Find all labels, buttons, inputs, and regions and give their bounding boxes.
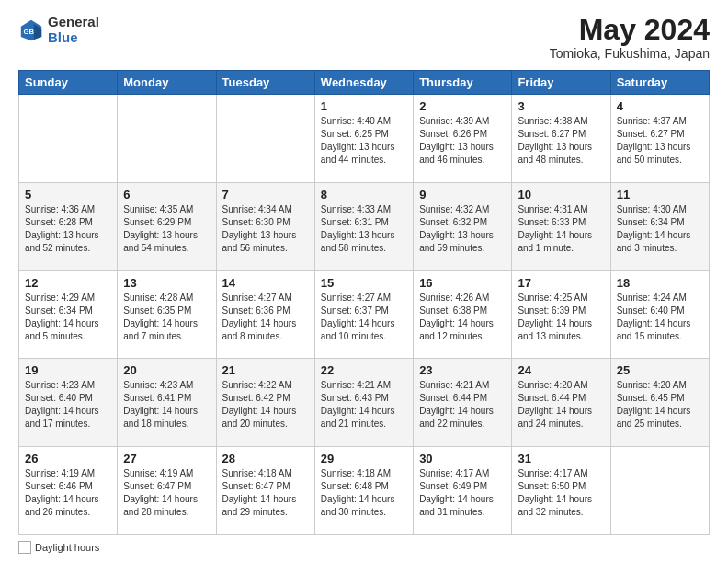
calendar-week-row-2: 12Sunrise: 4:29 AM Sunset: 6:34 PM Dayli…	[19, 270, 710, 359]
calendar-cell-w3d1: 20Sunrise: 4:23 AM Sunset: 6:41 PM Dayli…	[118, 359, 216, 447]
day-number: 18	[617, 276, 703, 290]
day-info: Sunrise: 4:19 AM Sunset: 6:47 PM Dayligh…	[123, 467, 210, 519]
day-info: Sunrise: 4:30 AM Sunset: 6:34 PM Dayligh…	[617, 203, 703, 255]
day-info: Sunrise: 4:25 AM Sunset: 6:39 PM Dayligh…	[518, 292, 604, 343]
day-info: Sunrise: 4:39 AM Sunset: 6:26 PM Dayligh…	[419, 115, 506, 167]
page: GB General Blue May 2024 Tomioka, Fukush…	[0, 0, 728, 563]
calendar-cell-w1d5: 10Sunrise: 4:31 AM Sunset: 6:33 PM Dayli…	[512, 182, 610, 270]
day-info: Sunrise: 4:21 AM Sunset: 6:44 PM Dayligh…	[419, 379, 506, 431]
calendar-cell-w2d2: 14Sunrise: 4:27 AM Sunset: 6:36 PM Dayli…	[216, 270, 314, 359]
day-info: Sunrise: 4:19 AM Sunset: 6:46 PM Dayligh…	[25, 467, 111, 519]
day-number: 19	[25, 363, 111, 377]
weekday-header-wednesday: Wednesday	[314, 71, 413, 95]
calendar-cell-w2d0: 12Sunrise: 4:29 AM Sunset: 6:34 PM Dayli…	[19, 270, 118, 359]
svg-text:GB: GB	[24, 28, 35, 36]
calendar-cell-w4d4: 30Sunrise: 4:17 AM Sunset: 6:49 PM Dayli…	[414, 447, 512, 535]
day-info: Sunrise: 4:26 AM Sunset: 6:38 PM Dayligh…	[419, 292, 506, 343]
day-number: 21	[222, 363, 309, 377]
calendar-cell-w1d3: 8Sunrise: 4:33 AM Sunset: 6:31 PM Daylig…	[314, 182, 413, 270]
day-number: 6	[123, 188, 210, 201]
day-info: Sunrise: 4:31 AM Sunset: 6:33 PM Dayligh…	[518, 203, 604, 255]
day-number: 24	[518, 363, 604, 377]
day-number: 16	[419, 276, 506, 290]
logo-text: General Blue	[48, 15, 99, 45]
calendar-cell-w3d0: 19Sunrise: 4:23 AM Sunset: 6:40 PM Dayli…	[19, 359, 118, 447]
calendar-cell-w0d0	[19, 95, 118, 183]
weekday-header-monday: Monday	[118, 71, 216, 95]
day-info: Sunrise: 4:20 AM Sunset: 6:45 PM Dayligh…	[617, 379, 703, 431]
day-number: 4	[617, 99, 703, 113]
day-info: Sunrise: 4:37 AM Sunset: 6:27 PM Dayligh…	[617, 115, 703, 167]
day-number: 11	[617, 188, 703, 201]
day-number: 20	[123, 363, 210, 377]
day-number: 25	[617, 363, 703, 377]
location: Tomioka, Fukushima, Japan	[550, 46, 710, 61]
day-info: Sunrise: 4:40 AM Sunset: 6:25 PM Dayligh…	[321, 115, 407, 167]
calendar-cell-w0d6: 4Sunrise: 4:37 AM Sunset: 6:27 PM Daylig…	[610, 95, 709, 183]
day-number: 29	[321, 452, 407, 465]
calendar-week-row-3: 19Sunrise: 4:23 AM Sunset: 6:40 PM Dayli…	[19, 359, 710, 447]
day-info: Sunrise: 4:23 AM Sunset: 6:40 PM Dayligh…	[25, 379, 111, 431]
day-info: Sunrise: 4:28 AM Sunset: 6:35 PM Dayligh…	[123, 292, 210, 343]
day-info: Sunrise: 4:18 AM Sunset: 6:47 PM Dayligh…	[222, 467, 309, 519]
calendar-cell-w1d4: 9Sunrise: 4:32 AM Sunset: 6:32 PM Daylig…	[414, 182, 512, 270]
day-number: 12	[25, 276, 111, 290]
day-info: Sunrise: 4:38 AM Sunset: 6:27 PM Dayligh…	[518, 115, 604, 167]
calendar-cell-w4d1: 27Sunrise: 4:19 AM Sunset: 6:47 PM Dayli…	[118, 447, 216, 535]
calendar-cell-w3d3: 22Sunrise: 4:21 AM Sunset: 6:43 PM Dayli…	[314, 359, 413, 447]
day-number: 10	[518, 188, 604, 201]
calendar-cell-w3d5: 24Sunrise: 4:20 AM Sunset: 6:44 PM Dayli…	[512, 359, 610, 447]
day-number: 26	[25, 452, 111, 465]
footer: Daylight hours	[18, 541, 710, 554]
calendar-cell-w1d1: 6Sunrise: 4:35 AM Sunset: 6:29 PM Daylig…	[118, 182, 216, 270]
day-info: Sunrise: 4:27 AM Sunset: 6:37 PM Dayligh…	[321, 292, 407, 343]
weekday-header-tuesday: Tuesday	[216, 71, 314, 95]
day-number: 15	[321, 276, 407, 290]
calendar-cell-w2d6: 18Sunrise: 4:24 AM Sunset: 6:40 PM Dayli…	[610, 270, 709, 359]
day-info: Sunrise: 4:24 AM Sunset: 6:40 PM Dayligh…	[617, 292, 703, 343]
calendar-table: SundayMondayTuesdayWednesdayThursdayFrid…	[18, 70, 710, 535]
title-block: May 2024 Tomioka, Fukushima, Japan	[550, 15, 710, 61]
calendar-cell-w3d4: 23Sunrise: 4:21 AM Sunset: 6:44 PM Dayli…	[414, 359, 512, 447]
calendar-cell-w2d4: 16Sunrise: 4:26 AM Sunset: 6:38 PM Dayli…	[414, 270, 512, 359]
calendar-cell-w4d3: 29Sunrise: 4:18 AM Sunset: 6:48 PM Dayli…	[314, 447, 413, 535]
day-info: Sunrise: 4:33 AM Sunset: 6:31 PM Dayligh…	[321, 203, 407, 255]
calendar-cell-w0d1	[118, 95, 216, 183]
logo-general: General	[48, 14, 99, 29]
logo-blue: Blue	[48, 29, 78, 45]
calendar-cell-w4d2: 28Sunrise: 4:18 AM Sunset: 6:47 PM Dayli…	[216, 447, 314, 535]
day-info: Sunrise: 4:18 AM Sunset: 6:48 PM Dayligh…	[321, 467, 407, 519]
calendar-cell-w0d5: 3Sunrise: 4:38 AM Sunset: 6:27 PM Daylig…	[512, 95, 610, 183]
calendar-cell-w4d0: 26Sunrise: 4:19 AM Sunset: 6:46 PM Dayli…	[19, 447, 118, 535]
day-number: 14	[222, 276, 309, 290]
day-info: Sunrise: 4:35 AM Sunset: 6:29 PM Dayligh…	[123, 203, 210, 255]
day-number: 8	[321, 188, 407, 201]
day-info: Sunrise: 4:32 AM Sunset: 6:32 PM Dayligh…	[419, 203, 506, 255]
calendar-cell-w0d2	[216, 95, 314, 183]
calendar-cell-w3d6: 25Sunrise: 4:20 AM Sunset: 6:45 PM Dayli…	[610, 359, 709, 447]
header: GB General Blue May 2024 Tomioka, Fukush…	[18, 15, 710, 61]
daylight-legend: Daylight hours	[18, 541, 99, 554]
calendar-cell-w2d1: 13Sunrise: 4:28 AM Sunset: 6:35 PM Dayli…	[118, 270, 216, 359]
day-number: 7	[222, 188, 309, 201]
month-year: May 2024	[550, 15, 710, 44]
day-number: 13	[123, 276, 210, 290]
day-number: 9	[419, 188, 506, 201]
day-number: 28	[222, 452, 309, 465]
day-info: Sunrise: 4:27 AM Sunset: 6:36 PM Dayligh…	[222, 292, 309, 343]
day-info: Sunrise: 4:17 AM Sunset: 6:49 PM Dayligh…	[419, 467, 506, 519]
day-number: 3	[518, 99, 604, 113]
weekday-header-saturday: Saturday	[610, 71, 709, 95]
calendar-cell-w4d6	[610, 447, 709, 535]
day-info: Sunrise: 4:22 AM Sunset: 6:42 PM Dayligh…	[222, 379, 309, 431]
day-number: 1	[321, 99, 407, 113]
day-number: 22	[321, 363, 407, 377]
day-info: Sunrise: 4:17 AM Sunset: 6:50 PM Dayligh…	[518, 467, 604, 519]
day-number: 23	[419, 363, 506, 377]
day-info: Sunrise: 4:34 AM Sunset: 6:30 PM Dayligh…	[222, 203, 309, 255]
day-info: Sunrise: 4:29 AM Sunset: 6:34 PM Dayligh…	[25, 292, 111, 343]
weekday-header-friday: Friday	[512, 71, 610, 95]
weekday-header-thursday: Thursday	[414, 71, 512, 95]
calendar-cell-w3d2: 21Sunrise: 4:22 AM Sunset: 6:42 PM Dayli…	[216, 359, 314, 447]
logo: GB General Blue	[18, 15, 99, 45]
